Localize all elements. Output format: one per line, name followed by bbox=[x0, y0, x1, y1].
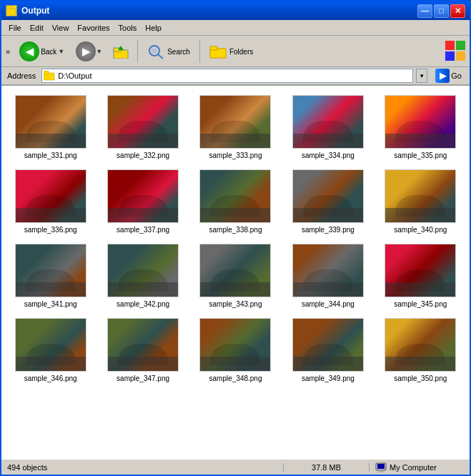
file-name: sample_331.png bbox=[24, 152, 77, 159]
menu-help[interactable]: Help bbox=[141, 22, 166, 34]
file-grid: sample_331.pngsample_332.pngsample_333.p… bbox=[4, 89, 467, 386]
file-item[interactable]: sample_346.png bbox=[4, 312, 96, 386]
menu-view[interactable]: View bbox=[48, 22, 74, 34]
folders-button[interactable]: Folders bbox=[204, 38, 258, 65]
toolbar-overflow[interactable]: » bbox=[4, 46, 11, 57]
file-thumbnail bbox=[107, 169, 179, 223]
menu-file[interactable]: File bbox=[4, 22, 26, 34]
file-item[interactable]: sample_347.png bbox=[96, 312, 189, 386]
title-bar: Output — □ ✕ bbox=[1, 1, 470, 20]
file-item[interactable]: sample_341.png bbox=[4, 237, 96, 312]
back-arrow-icon: ◀ bbox=[19, 41, 39, 61]
search-icon bbox=[147, 44, 164, 59]
window-title: Output bbox=[21, 6, 417, 16]
window-controls: — □ ✕ bbox=[417, 4, 465, 18]
address-dropdown[interactable]: ▼ bbox=[416, 69, 427, 83]
forward-button[interactable]: ▶ ▼ bbox=[72, 38, 106, 65]
file-name: sample_336.png bbox=[24, 226, 77, 234]
toolbar-separator-2 bbox=[199, 40, 200, 63]
file-thumbnail bbox=[15, 244, 86, 297]
svg-rect-13 bbox=[456, 51, 465, 61]
file-item[interactable]: sample_344.png bbox=[282, 237, 374, 312]
file-item[interactable]: sample_342.png bbox=[96, 237, 189, 312]
menu-edit[interactable]: Edit bbox=[26, 22, 48, 34]
file-item[interactable]: sample_332.png bbox=[96, 89, 189, 163]
file-item[interactable]: sample_348.png bbox=[189, 312, 282, 386]
file-name: sample_345.png bbox=[394, 300, 447, 308]
file-item[interactable]: sample_338.png bbox=[189, 163, 282, 237]
up-button[interactable] bbox=[109, 38, 133, 65]
go-label: Go bbox=[451, 71, 462, 80]
svg-point-7 bbox=[152, 48, 157, 54]
svg-rect-11 bbox=[456, 41, 465, 50]
search-label: Search bbox=[167, 48, 190, 56]
back-dropdown-arrow[interactable]: ▼ bbox=[58, 48, 64, 55]
file-name: sample_342.png bbox=[116, 300, 169, 308]
file-thumbnail bbox=[107, 318, 179, 372]
file-thumbnail bbox=[107, 244, 179, 297]
svg-rect-9 bbox=[210, 46, 217, 50]
file-item[interactable]: sample_331.png bbox=[4, 89, 96, 163]
file-thumbnail bbox=[385, 169, 456, 223]
menu-favorites[interactable]: Favorites bbox=[73, 22, 114, 34]
file-item[interactable]: sample_345.png bbox=[375, 237, 467, 312]
file-item[interactable]: sample_349.png bbox=[282, 312, 374, 386]
file-thumbnail bbox=[292, 244, 364, 297]
file-item[interactable]: sample_337.png bbox=[96, 163, 189, 237]
status-bar: 494 objects 37.8 MB My Computer bbox=[1, 459, 470, 475]
content-area: sample_331.pngsample_332.pngsample_333.p… bbox=[1, 86, 470, 459]
file-item[interactable]: sample_340.png bbox=[375, 163, 467, 237]
file-name: sample_347.png bbox=[116, 375, 169, 382]
svg-rect-18 bbox=[379, 470, 383, 472]
up-icon bbox=[112, 44, 129, 59]
file-name: sample_338.png bbox=[209, 226, 262, 234]
file-name: sample_332.png bbox=[116, 152, 169, 159]
file-name: sample_343.png bbox=[209, 300, 262, 308]
window-icon bbox=[6, 5, 17, 16]
go-button[interactable]: ▶ Go bbox=[430, 68, 467, 84]
file-thumbnail bbox=[107, 95, 179, 149]
search-button[interactable]: Search bbox=[142, 38, 195, 65]
file-name: sample_337.png bbox=[116, 226, 169, 234]
file-name: sample_350.png bbox=[394, 375, 447, 382]
address-bar: Address ▼ ▶ Go bbox=[1, 67, 470, 86]
forward-dropdown-arrow[interactable]: ▼ bbox=[96, 48, 102, 55]
file-thumbnail bbox=[199, 244, 271, 297]
file-item[interactable]: sample_335.png bbox=[375, 89, 467, 163]
svg-rect-15 bbox=[44, 71, 49, 74]
menu-tools[interactable]: Tools bbox=[114, 22, 142, 34]
file-name: sample_349.png bbox=[302, 375, 355, 382]
back-button[interactable]: ◀ Back ▼ bbox=[14, 38, 69, 65]
folders-icon bbox=[209, 44, 227, 59]
file-item[interactable]: sample_336.png bbox=[4, 163, 96, 237]
file-thumbnail bbox=[199, 169, 271, 223]
file-thumbnail bbox=[385, 318, 456, 372]
file-thumbnail bbox=[292, 318, 364, 372]
minimize-button[interactable]: — bbox=[417, 4, 432, 18]
status-location: My Computer bbox=[370, 462, 470, 472]
file-name: sample_335.png bbox=[394, 152, 447, 159]
address-folder-icon bbox=[44, 71, 55, 81]
file-name: sample_341.png bbox=[24, 300, 77, 308]
toolbar-separator-1 bbox=[137, 40, 138, 63]
maximize-button[interactable]: □ bbox=[434, 4, 449, 18]
status-objects: 494 objects bbox=[1, 463, 284, 472]
svg-rect-12 bbox=[445, 51, 455, 61]
file-thumbnail bbox=[199, 95, 271, 149]
go-arrow-icon: ▶ bbox=[435, 69, 450, 83]
address-input[interactable] bbox=[58, 71, 411, 80]
windows-logo bbox=[444, 39, 467, 64]
file-list[interactable]: sample_331.pngsample_332.pngsample_333.p… bbox=[1, 86, 470, 459]
file-name: sample_344.png bbox=[302, 300, 355, 308]
file-thumbnail bbox=[15, 169, 86, 223]
file-thumbnail bbox=[199, 318, 271, 372]
file-item[interactable]: sample_339.png bbox=[282, 163, 374, 237]
file-item[interactable]: sample_350.png bbox=[375, 312, 467, 386]
folders-label: Folders bbox=[229, 48, 253, 56]
file-item[interactable]: sample_343.png bbox=[189, 237, 282, 312]
close-button[interactable]: ✕ bbox=[450, 4, 465, 18]
file-item[interactable]: sample_334.png bbox=[282, 89, 374, 163]
file-item[interactable]: sample_333.png bbox=[189, 89, 282, 163]
computer-icon bbox=[375, 462, 387, 472]
svg-line-6 bbox=[158, 54, 163, 59]
